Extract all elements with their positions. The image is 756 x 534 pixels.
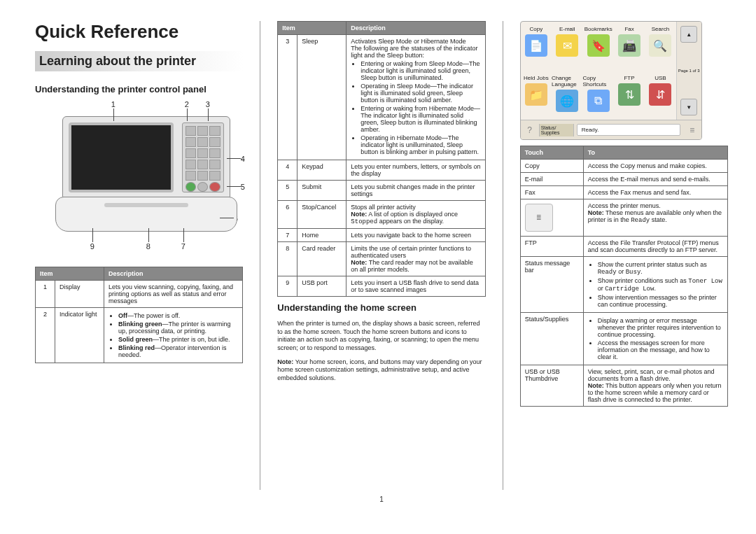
th-to: To	[583, 146, 727, 160]
table-control-panel-2: Item Description 3 Sleep Activates Sleep…	[277, 21, 485, 297]
copy-icon: 📄	[525, 34, 547, 57]
menu-list-icon: ≣	[525, 204, 553, 232]
section-learning: Learning about the printer	[35, 51, 243, 71]
th-item: Item	[36, 267, 104, 281]
home-screen-para: When the printer is turned on, the displ…	[277, 320, 485, 353]
callout-3: 3	[206, 100, 210, 108]
callout-1: 1	[111, 100, 115, 108]
page-number: 1	[35, 496, 728, 503]
scroll-down-icon[interactable]: ▼	[680, 99, 697, 115]
callout-2: 2	[185, 100, 189, 108]
table-control-panel-1: Item Description 1 Display Lets you view…	[35, 267, 243, 363]
table-row: 3 Sleep Activates Sleep Mode or Hibernat…	[278, 35, 485, 160]
menu-icon[interactable]: ≡	[683, 125, 701, 135]
page-indicator: Page 1 of 3	[678, 69, 700, 73]
callout-7: 7	[181, 242, 186, 251]
callout-5: 5	[241, 183, 245, 191]
home-screen-note: Note: Your home screen, icons, and butto…	[277, 358, 485, 383]
search-icon: 🔍	[649, 34, 671, 57]
th-item: Item	[278, 22, 346, 35]
bookmarks-icon: 🔖	[587, 34, 610, 57]
ftp-icon: ⇅	[618, 83, 640, 106]
subheading-control-panel: Understanding the printer control panel	[35, 84, 243, 94]
th-touch: Touch	[520, 146, 583, 160]
callout-4: 4	[241, 155, 245, 163]
status-message-bar[interactable]: Ready.	[577, 124, 680, 136]
copy-shortcuts-icon: ⧉	[587, 90, 610, 112]
held-jobs-icon: 📁	[525, 83, 547, 106]
table-row: 2 Indicator light Off—The power is off. …	[36, 308, 243, 363]
subheading-home-screen: Understanding the home screen	[277, 302, 485, 313]
th-description: Description	[346, 22, 485, 35]
email-icon: ✉	[556, 34, 578, 57]
help-icon[interactable]: ?	[521, 125, 539, 135]
language-icon: 🌐	[556, 90, 578, 112]
scroll-up-icon[interactable]: ▲	[680, 26, 697, 43]
fax-icon: 📠	[618, 34, 640, 57]
printer-illustration: 1 2 3 4 5 6 7 8 9	[41, 99, 237, 260]
doc-title: Quick Reference	[35, 21, 243, 43]
usb-icon: ⇵	[649, 83, 671, 106]
th-description: Description	[104, 267, 243, 281]
status-supplies-button[interactable]: Status/ Supplies	[539, 124, 574, 136]
home-screen-graphic: Copy📄 E-mail✉ Bookmarks🔖 Fax📠 Search🔍 ▲ …	[520, 21, 702, 140]
table-row: 1 Display Lets you view scanning, copyin…	[36, 281, 243, 308]
table-touch-to: Touch To CopyAccess the Copy menus and m…	[520, 146, 728, 407]
